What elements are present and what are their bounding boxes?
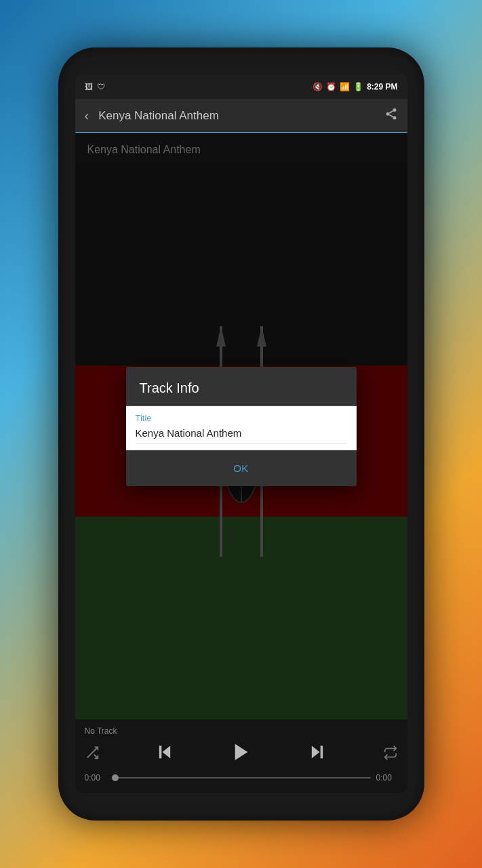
phone-frame: 🖼 🛡 🔇 ⏰ 📶 🔋 8:29 PM ‹ Kenya National Ant… bbox=[58, 47, 424, 821]
status-left-icons: 🖼 🛡 bbox=[85, 82, 105, 92]
dialog-field-label: Title bbox=[136, 413, 347, 423]
progress-bar[interactable] bbox=[112, 777, 371, 778]
svg-point-1 bbox=[386, 113, 389, 116]
svg-line-4 bbox=[389, 111, 393, 113]
progress-dot bbox=[112, 774, 119, 781]
share-button[interactable] bbox=[384, 107, 398, 124]
status-time: 8:29 PM bbox=[367, 82, 397, 92]
no-track-label: No Track bbox=[85, 726, 398, 736]
svg-rect-16 bbox=[159, 746, 162, 759]
shield-icon: 🛡 bbox=[97, 82, 105, 92]
image-icon: 🖼 bbox=[85, 82, 93, 92]
top-bar: ‹ Kenya National Anthem bbox=[75, 99, 407, 133]
svg-marker-17 bbox=[235, 744, 247, 760]
play-button[interactable] bbox=[230, 741, 252, 768]
time-end: 0:00 bbox=[376, 773, 398, 783]
main-content: Kenya National Anthem bbox=[75, 133, 407, 719]
shuffle-button[interactable] bbox=[85, 745, 100, 764]
track-info-dialog: Track Info Title Kenya National Anthem O… bbox=[126, 367, 357, 486]
mute-icon: 🔇 bbox=[313, 82, 323, 92]
status-right-icons: 🔇 ⏰ 📶 🔋 8:29 PM bbox=[313, 82, 397, 92]
dialog-ok-button[interactable]: OK bbox=[220, 458, 262, 478]
svg-point-0 bbox=[393, 108, 396, 112]
dialog-actions: OK bbox=[126, 450, 357, 486]
dialog-field-value: Kenya National Anthem bbox=[136, 427, 347, 443]
alarm-icon: ⏰ bbox=[326, 82, 336, 92]
player-controls-row bbox=[85, 741, 398, 768]
player-bar: No Track bbox=[75, 719, 407, 793]
phone-screen: 🖼 🛡 🔇 ⏰ 📶 🔋 8:29 PM ‹ Kenya National Ant… bbox=[75, 75, 407, 793]
signal-icon: 📶 bbox=[340, 82, 350, 92]
next-button[interactable] bbox=[308, 743, 327, 766]
status-bar: 🖼 🛡 🔇 ⏰ 📶 🔋 8:29 PM bbox=[75, 75, 407, 99]
previous-button[interactable] bbox=[155, 743, 174, 766]
svg-marker-18 bbox=[312, 746, 320, 759]
svg-line-3 bbox=[389, 115, 393, 117]
player-time-row: 0:00 0:00 bbox=[85, 773, 398, 783]
svg-point-2 bbox=[393, 116, 396, 119]
dialog-title: Track Info bbox=[126, 367, 357, 406]
dialog-field-container: Title Kenya National Anthem bbox=[126, 406, 357, 450]
battery-icon: 🔋 bbox=[353, 82, 363, 92]
svg-rect-19 bbox=[321, 746, 323, 759]
repeat-button[interactable] bbox=[383, 745, 398, 764]
top-bar-title: Kenya National Anthem bbox=[98, 109, 384, 123]
dialog-overlay: Track Info Title Kenya National Anthem O… bbox=[75, 133, 407, 719]
svg-marker-15 bbox=[163, 746, 171, 759]
back-button[interactable]: ‹ bbox=[85, 108, 89, 123]
time-start: 0:00 bbox=[85, 773, 106, 783]
